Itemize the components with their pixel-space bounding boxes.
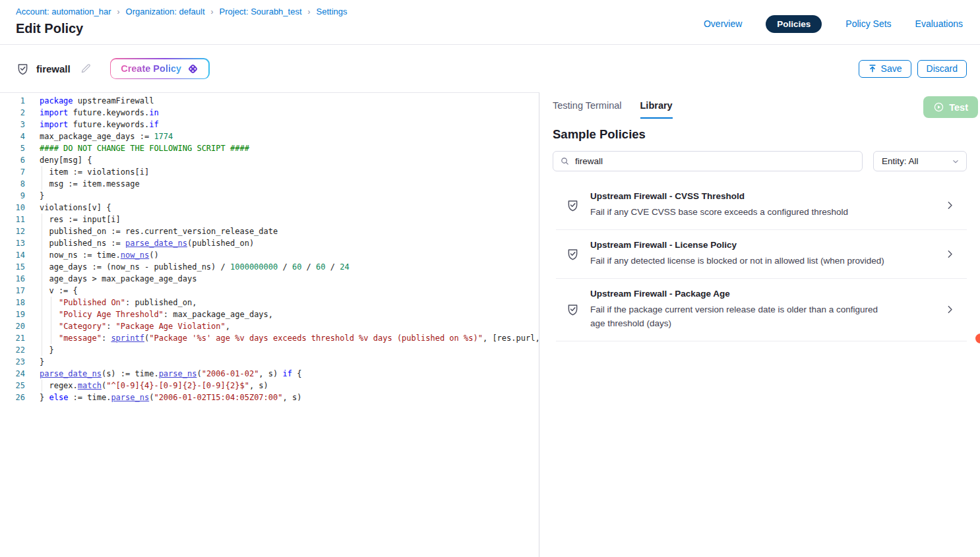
nav-overview[interactable]: Overview: [704, 18, 742, 29]
indent-guide: [42, 166, 42, 178]
code-line: 15 age_days := (now_ns - published_ns) /…: [0, 261, 539, 273]
indent-guide: [42, 237, 42, 249]
indent-guide: [51, 297, 51, 308]
code-line: 13 published_ns := parse_date_ns(publish…: [0, 237, 539, 249]
breadcrumb-separator: ›: [211, 7, 214, 16]
line-number: 3: [0, 119, 25, 131]
header-left: Account: automation_har › Organization: …: [16, 7, 348, 44]
save-button[interactable]: Save: [859, 60, 911, 78]
chevron-right-icon[interactable]: [945, 305, 955, 314]
indent-guide: [42, 261, 42, 273]
line-number: 10: [0, 202, 25, 214]
indent-guide: [42, 178, 42, 190]
line-number: 20: [0, 320, 25, 332]
policy-name: firewall: [36, 63, 71, 74]
code-line: 10violations[v] {: [0, 202, 539, 214]
discard-label: Discard: [927, 63, 958, 74]
policy-list-item[interactable]: Upstream Firewall - License Policy Fail …: [553, 230, 967, 278]
indent-guide: [42, 297, 42, 308]
toolbar: firewall Create Policy: [0, 45, 980, 92]
code-line: 5#### DO NOT CHANGE THE FOLLOWING SCRIPT…: [0, 142, 539, 154]
breadcrumb-separator: ›: [117, 7, 120, 16]
code-line: 16 age_days > max_package_age_days: [0, 273, 539, 285]
breadcrumb-account[interactable]: Account: automation_har: [16, 7, 111, 16]
nav-evaluations[interactable]: Evaluations: [915, 18, 963, 29]
code-line: 9}: [0, 190, 539, 202]
code-line: 20 "Category": "Package Age Violation",: [0, 320, 539, 332]
code-line: 21 "message": sprintf("Package '%s' age …: [0, 332, 539, 344]
aida-clover-icon: [187, 63, 199, 74]
policy-description: Fail if any CVE CVSS base score exceeds …: [590, 206, 890, 220]
chevron-right-icon[interactable]: [945, 200, 955, 210]
line-number: 23: [0, 356, 25, 368]
policy-list-item[interactable]: Upstream Firewall - CVSS Threshold Fail …: [553, 181, 967, 229]
code-line: 4max_package_age_days := 1774: [0, 131, 539, 142]
entity-filter-value: Entity: All: [882, 156, 919, 166]
edit-pencil-icon[interactable]: [80, 63, 92, 74]
code-line: 6deny[msg] {: [0, 154, 539, 166]
line-number: 18: [0, 297, 25, 308]
policy-text: Upstream Firewall - License Policy Fail …: [590, 240, 945, 268]
upload-icon: [868, 64, 877, 73]
indent-guide: [42, 332, 42, 344]
entity-filter-select[interactable]: Entity: All: [873, 151, 967, 171]
code-line: 17 v := {: [0, 285, 539, 297]
toolbar-left: firewall Create Policy: [16, 58, 210, 79]
indent-guide: [42, 320, 42, 332]
indent-guide: [42, 249, 42, 261]
policy-list-item[interactable]: Upstream Firewall - Package Age Fail if …: [553, 279, 967, 341]
line-number: 14: [0, 249, 25, 261]
policy-shield-icon: [566, 303, 580, 316]
page-header: Account: automation_har › Organization: …: [0, 0, 980, 45]
code-line: 23}: [0, 356, 539, 368]
code-line: 7 item := violations[i]: [0, 166, 539, 178]
indent-guide: [51, 320, 51, 332]
code-editor[interactable]: 1package upstreamFirewall2import future.…: [0, 92, 539, 557]
filter-row: Entity: All: [553, 151, 967, 171]
indent-guide: [42, 285, 42, 297]
code-line: 8 msg := item.message: [0, 178, 539, 190]
policy-title: Upstream Firewall - Package Age: [590, 289, 945, 299]
panel-tabs: Testing Terminal Library: [553, 100, 967, 119]
breadcrumb-organization[interactable]: Organization: default: [126, 7, 205, 16]
breadcrumb: Account: automation_har › Organization: …: [16, 7, 348, 16]
policy-text: Upstream Firewall - CVSS Threshold Fail …: [590, 191, 945, 220]
nav-policy-sets[interactable]: Policy Sets: [845, 18, 891, 29]
discard-button[interactable]: Discard: [917, 60, 967, 78]
line-number: 24: [0, 368, 25, 380]
search-input[interactable]: [575, 156, 855, 166]
line-number: 21: [0, 332, 25, 344]
toolbar-right: Save Discard: [859, 60, 967, 78]
tab-testing-terminal[interactable]: Testing Terminal: [553, 100, 622, 119]
save-label: Save: [881, 63, 902, 74]
test-button[interactable]: Test: [923, 96, 978, 118]
policy-list: Upstream Firewall - CVSS Threshold Fail …: [553, 181, 967, 341]
line-number: 8: [0, 178, 25, 190]
tab-library[interactable]: Library: [640, 100, 673, 119]
code-line: 3import future.keywords.if: [0, 119, 539, 131]
sample-policies-heading: Sample Policies: [553, 127, 967, 142]
breadcrumb-separator: ›: [308, 7, 311, 16]
breadcrumb-settings[interactable]: Settings: [317, 7, 348, 16]
policy-shield-icon: [16, 62, 30, 76]
code-line: 26} else := time.parse_ns("2006-01-02T15…: [0, 392, 539, 403]
indent-guide: [42, 273, 42, 285]
chevron-down-icon: [951, 157, 960, 166]
breadcrumb-project[interactable]: Project: Sourabh_test: [220, 7, 302, 16]
search-box[interactable]: [553, 151, 863, 171]
code-line: 25 regex.match("^[0-9]{4}-[0-9]{2}-[0-9]…: [0, 380, 539, 392]
line-number: 9: [0, 190, 25, 202]
notification-widget[interactable]: [975, 334, 980, 343]
code-line: 19 "Policy Age Threshold": max_package_a…: [0, 308, 539, 320]
code-line: 22 }: [0, 344, 539, 356]
line-number: 11: [0, 214, 25, 225]
indent-guide: [51, 308, 51, 320]
code-line: 1package upstreamFirewall: [0, 95, 539, 107]
create-policy-button[interactable]: Create Policy: [110, 58, 210, 79]
chevron-right-icon[interactable]: [945, 249, 955, 259]
line-number: 1: [0, 95, 25, 107]
indent-guide: [42, 380, 42, 392]
line-number: 25: [0, 380, 25, 392]
code-line: 11 res := input[i]: [0, 214, 539, 225]
nav-policies[interactable]: Policies: [766, 15, 822, 33]
